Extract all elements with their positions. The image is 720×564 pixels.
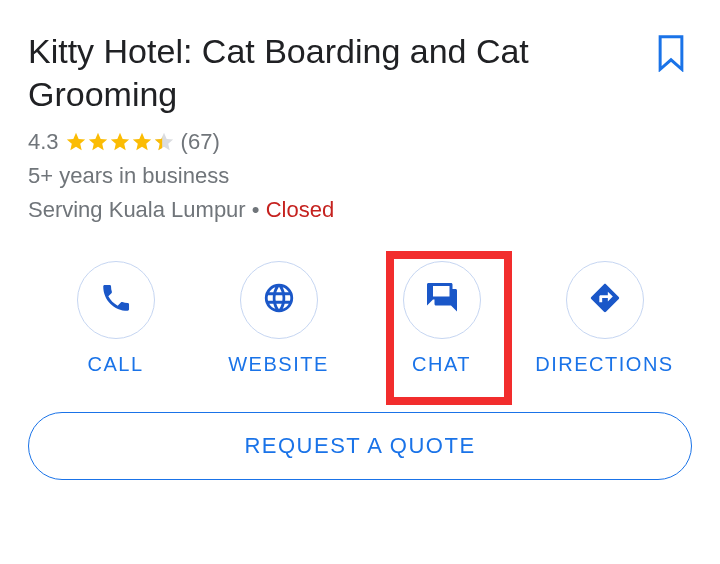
bookmark-icon[interactable] [654, 34, 688, 76]
review-count: (67) [181, 125, 220, 159]
phone-icon [99, 281, 133, 319]
rating-row[interactable]: 4.3 (67) [28, 125, 692, 159]
call-button[interactable]: CALL [41, 261, 191, 376]
call-label: CALL [87, 353, 143, 376]
chat-button[interactable]: CHAT [367, 261, 517, 376]
website-label: WEBSITE [228, 353, 329, 376]
chat-label: CHAT [412, 353, 471, 376]
separator-dot: • [252, 197, 260, 222]
chat-icon [424, 280, 460, 320]
globe-icon [262, 281, 296, 319]
business-title: Kitty Hotel: Cat Boarding and Cat Groomi… [28, 30, 608, 115]
website-button[interactable]: WEBSITE [204, 261, 354, 376]
serving-area: Serving Kuala Lumpur [28, 197, 246, 222]
business-tenure: 5+ years in business [28, 159, 692, 193]
serving-line: Serving Kuala Lumpur • Closed [28, 193, 692, 227]
rating-value: 4.3 [28, 125, 59, 159]
request-quote-button[interactable]: REQUEST A QUOTE [28, 412, 692, 480]
directions-button[interactable]: DIRECTIONS [530, 261, 680, 376]
directions-icon [588, 281, 622, 319]
directions-label: DIRECTIONS [535, 353, 673, 376]
star-rating [65, 131, 175, 153]
open-status: Closed [266, 197, 334, 222]
